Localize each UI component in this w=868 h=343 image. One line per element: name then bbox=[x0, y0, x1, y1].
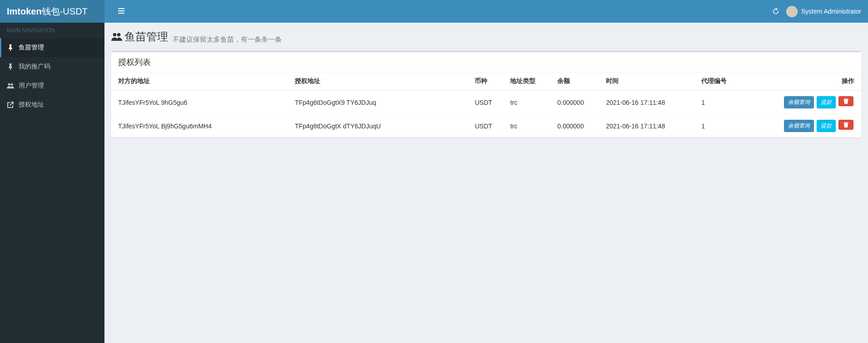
cell-time: 2021-06-16 17:11:48 bbox=[602, 114, 698, 138]
navbar: System Administrator bbox=[104, 0, 868, 23]
sidebar: MAIN NAVIGATION 鱼苗管理 我的推广码 bbox=[0, 23, 104, 343]
cell-auth-address: TFp4g6tDoGgtX9 TY6JDJuq bbox=[291, 90, 471, 114]
cell-target-address: TJifesYFr5YoL 9hG5gu6 bbox=[111, 90, 291, 114]
logo-rest: 钱包-USDT bbox=[42, 6, 88, 16]
users-icon bbox=[7, 83, 14, 89]
page-subtitle: 不建议保留太多鱼苗，有一条杀一条 bbox=[173, 35, 282, 44]
cell-actions: 余额查询 提款 bbox=[745, 114, 861, 138]
logo[interactable]: Imtoken钱包-USDT bbox=[0, 0, 104, 23]
cell-agent-id: 1 bbox=[698, 90, 745, 114]
sidebar-item-users[interactable]: 用户管理 bbox=[0, 76, 104, 95]
external-icon bbox=[7, 102, 14, 108]
box-body: 对方的地址 授权地址 币种 地址类型 余额 时间 代理编号 操作 bbox=[111, 73, 861, 137]
svg-rect-0 bbox=[118, 8, 124, 9]
sidebar-item-label: 我的推广码 bbox=[19, 63, 50, 71]
cell-balance: 0.000000 bbox=[554, 114, 602, 138]
svg-rect-1 bbox=[118, 10, 124, 11]
logo-bold: Imtoken bbox=[7, 6, 42, 16]
sidebar-item-label: 授权地址 bbox=[19, 101, 44, 109]
cell-agent-id: 1 bbox=[698, 114, 745, 138]
box: 授权列表 对方的地址 授权地址 币种 地址类型 余额 bbox=[111, 51, 861, 137]
th-agent-id: 代理编号 bbox=[698, 73, 745, 90]
delete-button[interactable] bbox=[838, 96, 853, 106]
page-title: 鱼苗管理 bbox=[111, 29, 168, 44]
box-title: 授权列表 bbox=[118, 57, 854, 68]
svg-point-5 bbox=[113, 33, 117, 37]
bars-icon bbox=[118, 8, 124, 14]
sidebar-toggle-button[interactable] bbox=[111, 1, 131, 22]
content: 授权列表 对方的地址 授权地址 币种 地址类型 余额 bbox=[104, 44, 868, 144]
cell-time: 2021-06-16 17:11:48 bbox=[602, 90, 698, 114]
page-title-text: 鱼苗管理 bbox=[124, 29, 168, 44]
balance-query-button[interactable]: 余额查询 bbox=[784, 96, 814, 108]
sidebar-item-promo[interactable]: 我的推广码 bbox=[0, 57, 104, 76]
table-row: TJifesYFr5YoL 9hG5gu6 TFp4g6tDoGgtX9 TY6… bbox=[111, 90, 861, 114]
cell-balance: 0.000000 bbox=[554, 90, 602, 114]
sidebar-item-auth-address[interactable]: 授权地址 bbox=[0, 95, 104, 114]
svg-rect-2 bbox=[118, 13, 124, 14]
trash-icon bbox=[843, 98, 848, 104]
svg-point-4 bbox=[11, 83, 13, 86]
cell-currency: USDT bbox=[471, 114, 506, 138]
th-auth-address: 授权地址 bbox=[291, 73, 471, 90]
delete-button[interactable] bbox=[838, 120, 853, 130]
cell-currency: USDT bbox=[471, 90, 506, 114]
box-header: 授权列表 bbox=[111, 52, 861, 73]
th-target-address: 对方的地址 bbox=[111, 73, 291, 90]
th-time: 时间 bbox=[602, 73, 698, 90]
withdraw-button[interactable]: 提款 bbox=[817, 96, 836, 108]
main-header: Imtoken钱包-USDT System Administrator bbox=[0, 0, 868, 23]
sidebar-menu: 鱼苗管理 我的推广码 用户管理 bbox=[0, 38, 104, 114]
sidebar-item-label: 鱼苗管理 bbox=[19, 44, 44, 52]
content-header: 鱼苗管理 不建议保留太多鱼苗，有一条杀一条 bbox=[104, 23, 868, 44]
content-wrapper: 鱼苗管理 不建议保留太多鱼苗，有一条杀一条 授权列表 对方的地址 bbox=[104, 23, 868, 343]
svg-point-6 bbox=[117, 33, 121, 37]
cell-target-address: TJifesYFr5YoL Bj9hG5gu6mMH4 bbox=[111, 114, 291, 138]
cell-actions: 余额查询 提款 bbox=[745, 90, 861, 114]
user-menu[interactable]: System Administrator bbox=[786, 6, 861, 17]
withdraw-button[interactable]: 提款 bbox=[817, 120, 836, 132]
cell-addr-type: trc bbox=[506, 90, 554, 114]
svg-point-3 bbox=[8, 83, 10, 86]
th-balance: 余额 bbox=[554, 73, 602, 90]
refresh-button[interactable] bbox=[772, 8, 779, 15]
pin-icon bbox=[7, 64, 14, 70]
pin-icon bbox=[7, 44, 14, 51]
navbar-right: System Administrator bbox=[772, 6, 861, 17]
table-row: TJifesYFr5YoL Bj9hG5gu6mMH4 TFp4g6tDoGgt… bbox=[111, 114, 861, 138]
sidebar-header: MAIN NAVIGATION bbox=[0, 23, 104, 38]
cell-auth-address: TFp4g6tDoGgtX dTY6JDJuqU bbox=[291, 114, 471, 138]
trash-icon bbox=[843, 122, 848, 127]
auth-table: 对方的地址 授权地址 币种 地址类型 余额 时间 代理编号 操作 bbox=[111, 73, 861, 137]
table-header-row: 对方的地址 授权地址 币种 地址类型 余额 时间 代理编号 操作 bbox=[111, 73, 861, 90]
user-name: System Administrator bbox=[801, 8, 861, 15]
cell-addr-type: trc bbox=[506, 114, 554, 138]
sidebar-item-fish[interactable]: 鱼苗管理 bbox=[0, 38, 104, 57]
users-icon bbox=[111, 32, 122, 42]
th-currency: 币种 bbox=[471, 73, 506, 90]
avatar bbox=[786, 6, 798, 17]
th-addr-type: 地址类型 bbox=[506, 73, 554, 90]
refresh-icon bbox=[772, 8, 779, 15]
balance-query-button[interactable]: 余额查询 bbox=[784, 120, 814, 132]
sidebar-item-label: 用户管理 bbox=[19, 82, 44, 90]
th-actions: 操作 bbox=[745, 73, 861, 90]
